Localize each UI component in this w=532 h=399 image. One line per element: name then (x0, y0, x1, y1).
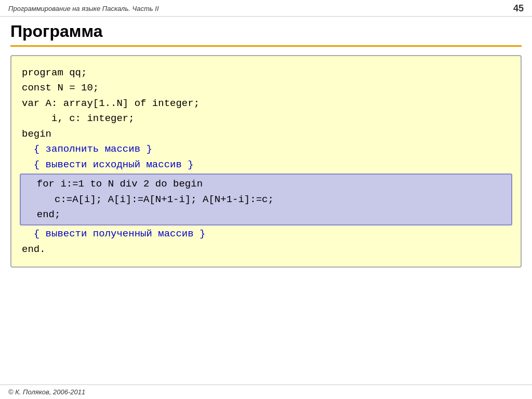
section-title: Программа (10, 22, 522, 41)
code-line-9: c:=A[i]; A[i]:=A[N+1-i]; A[N+1-i]:=c; (25, 192, 507, 207)
footer-text: © К. Поляков, 2006-2011 (8, 388, 85, 396)
main-content: Программа program qq; const N = 10; var … (0, 17, 532, 278)
highlighted-code-block: for i:=1 to N div 2 do begin c:=A[i]; A[… (20, 174, 512, 225)
page-number: 45 (513, 3, 524, 14)
code-line-11: { вывести полученный массив } (22, 227, 510, 242)
code-line-3: var A: array[1..N] of integer; (22, 96, 510, 111)
code-line-12: end. (22, 242, 510, 257)
code-box: program qq; const N = 10; var A: array[1… (10, 55, 522, 268)
page-footer: © К. Поляков, 2006-2011 (0, 384, 532, 399)
code-line-8: for i:=1 to N div 2 do begin (25, 177, 507, 192)
code-line-5: begin (22, 127, 510, 142)
code-line-2: const N = 10; (22, 81, 510, 96)
code-line-6: { заполнить массив } (22, 142, 510, 157)
page-header: Программирование на языке Паскаль. Часть… (0, 0, 532, 17)
title-underline (10, 45, 522, 47)
code-line-7: { вывести исходный массив } (22, 157, 510, 172)
header-title: Программирование на языке Паскаль. Часть… (8, 5, 159, 12)
code-line-4: i, c: integer; (22, 111, 510, 126)
code-line-10: end; (25, 207, 507, 222)
code-line-1: program qq; (22, 65, 510, 81)
